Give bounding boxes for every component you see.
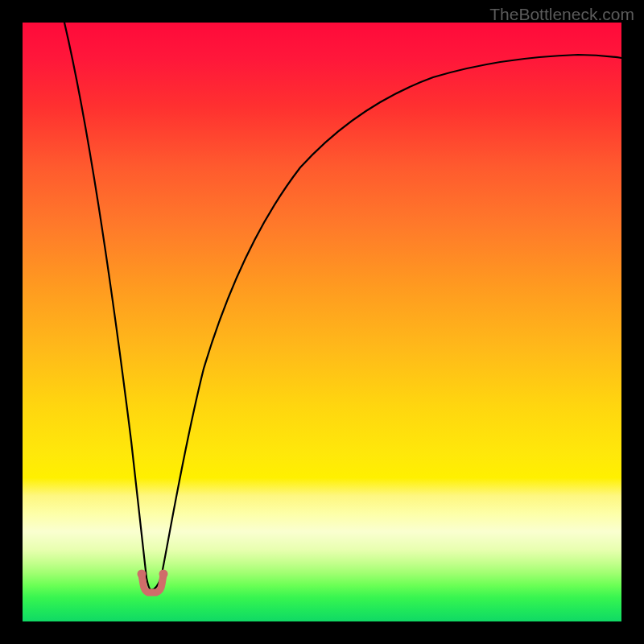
minimum-marker <box>138 570 168 593</box>
chart-container: TheBottleneck.com <box>0 0 644 644</box>
plot-area <box>23 23 621 621</box>
svg-point-1 <box>159 570 168 579</box>
bottleneck-curve <box>64 23 621 590</box>
curve-layer <box>23 23 621 621</box>
svg-point-0 <box>138 570 147 579</box>
watermark-text: TheBottleneck.com <box>489 5 634 24</box>
